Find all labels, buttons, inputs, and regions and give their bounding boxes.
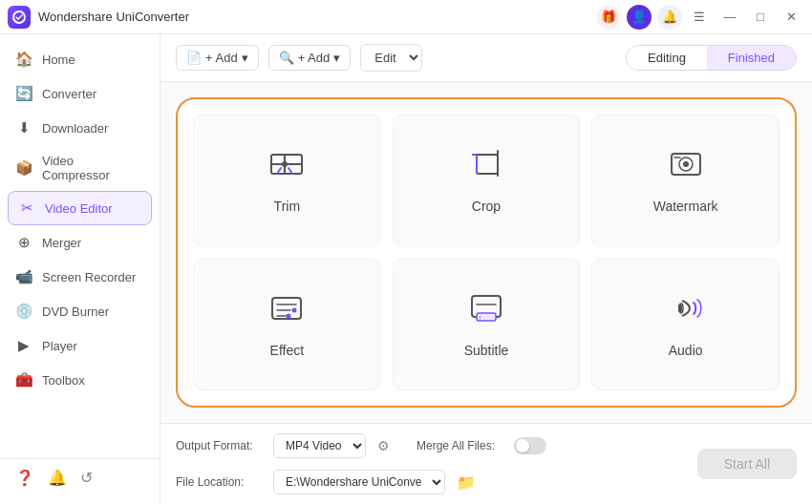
help-icon[interactable]: ❓ [15,469,34,487]
merge-files-label: Merge All Files: [417,439,502,452]
add-media-arrow: ▾ [333,51,340,65]
main-layout: 🏠 Home 🔄 Converter ⬇ Downloader 📦 Video … [0,34,812,504]
tool-crop[interactable]: Crop [393,115,581,247]
app-title: Wondershare UniConverter [38,10,189,24]
subtitle-icon: T [467,291,505,333]
dvd-icon: 💿 [15,303,32,320]
start-all-button[interactable]: Start All [697,449,797,479]
sidebar-item-dvd-burner[interactable]: 💿 DVD Burner [0,294,160,328]
add-file-button[interactable]: 📄 + Add ▾ [176,45,259,71]
sidebar-label-home: Home [42,52,75,67]
converter-icon: 🔄 [15,85,32,102]
audio-icon [667,291,705,333]
bottom-left-fields: Output Format: MP4 Video ⚙ Merge All Fil… [176,433,546,494]
tab-editing[interactable]: Editing [627,46,707,70]
downloader-icon: ⬇ [15,119,32,136]
sidebar-item-toolbox[interactable]: 🧰 Toolbox [0,363,160,397]
svg-point-4 [282,161,288,167]
add-file-icon: 📄 [186,51,202,65]
merger-icon: ⊕ [15,234,32,251]
title-bar-icons: 🎁 👤 🔔 [596,5,682,30]
sidebar-label-downloader: Downloader [42,121,108,136]
trim-label: Trim [274,199,300,214]
sidebar-label-recorder: Screen Recorder [42,270,136,284]
watermark-label: Watermark [653,199,718,214]
sidebar-item-player[interactable]: ▶ Player [0,328,160,363]
sidebar-label-toolbox: Toolbox [42,373,85,388]
tools-grid-container: Trim Crop [176,97,797,408]
sidebar-label-merger: Merger [42,236,81,250]
subtitle-label: Subtitle [464,343,509,358]
tool-subtitle[interactable]: T Subtitle [393,259,581,391]
sidebar-label-dvd: DVD Burner [42,304,109,319]
sidebar-item-downloader[interactable]: ⬇ Downloader [0,111,160,145]
menu-button[interactable]: ☰ [686,4,713,31]
crop-icon [467,147,505,189]
player-icon: ▶ [15,337,32,354]
toolbox-icon: 🧰 [15,371,32,388]
app-logo [8,6,31,29]
output-format-row: Output Format: MP4 Video ⚙ Merge All Fil… [176,433,546,458]
sidebar-label-editor: Video Editor [45,201,113,216]
alert-icon[interactable]: 🔔 [48,469,67,487]
notification-icon[interactable]: 🔔 [657,5,682,30]
tool-audio[interactable]: Audio [591,259,780,391]
svg-point-19 [287,313,291,318]
toolbar: 📄 + Add ▾ 🔍 + Add ▾ Edit Editing Finishe… [160,34,812,82]
svg-text:T: T [479,315,481,321]
sidebar-item-screen-recorder[interactable]: 📹 Screen Recorder [0,260,160,294]
file-location-label: File Location: [176,475,262,489]
title-bar: Wondershare UniConverter 🎁 👤 🔔 ☰ — □ ✕ [0,0,812,34]
add-media-icon: 🔍 [279,51,294,65]
file-location-row: File Location: E:\Wondershare UniConvert… [176,470,546,494]
sidebar-item-home[interactable]: 🏠 Home [0,42,160,76]
sidebar: 🏠 Home 🔄 Converter ⬇ Downloader 📦 Video … [0,34,160,504]
close-button[interactable]: ✕ [778,4,804,31]
sidebar-item-converter[interactable]: 🔄 Converter [0,76,160,111]
bottom-bar: Output Format: MP4 Video ⚙ Merge All Fil… [160,423,812,504]
editor-icon: ✂ [18,200,35,217]
compressor-icon: 📦 [15,159,32,177]
tools-grid: Trim Crop [193,115,780,390]
tab-group: Editing Finished [626,45,797,71]
sidebar-label-player: Player [42,339,77,353]
folder-icon[interactable]: 📁 [457,473,476,492]
edit-select[interactable]: Edit [360,44,422,72]
minimize-button[interactable]: — [716,4,743,31]
gift-icon[interactable]: 🎁 [596,5,621,30]
effect-icon [267,291,306,333]
sidebar-item-video-compressor[interactable]: 📦 Video Compressor [0,145,160,191]
merge-toggle[interactable] [514,437,546,454]
tool-trim[interactable]: Trim [193,115,381,247]
file-location-select[interactable]: E:\Wondershare UniConverter [273,470,445,494]
title-bar-left: Wondershare UniConverter [8,6,189,29]
add-media-label: + Add [298,51,331,65]
tab-finished[interactable]: Finished [707,46,796,70]
svg-point-12 [683,161,689,167]
maximize-button[interactable]: □ [747,4,774,31]
tool-effect[interactable]: Effect [193,259,381,391]
add-media-button[interactable]: 🔍 + Add ▾ [268,45,352,71]
effect-label: Effect [270,343,305,358]
trim-icon [267,147,306,189]
add-file-label: + Add [205,51,238,65]
crop-label: Crop [472,199,501,214]
content-area: 📄 + Add ▾ 🔍 + Add ▾ Edit Editing Finishe… [160,34,812,504]
bottom-rows-wrapper: Output Format: MP4 Video ⚙ Merge All Fil… [176,433,797,494]
svg-rect-7 [477,155,498,174]
audio-label: Audio [669,343,703,358]
refresh-icon[interactable]: ↺ [80,469,93,487]
watermark-icon [667,147,705,189]
home-icon: 🏠 [15,51,32,68]
svg-point-18 [292,307,297,312]
add-file-arrow: ▾ [242,51,248,65]
tool-watermark[interactable]: Watermark [591,115,780,247]
sidebar-bottom: ❓ 🔔 ↺ [0,458,160,496]
output-format-select[interactable]: MP4 Video [273,433,366,458]
user-icon[interactable]: 👤 [627,5,652,30]
sidebar-item-video-editor[interactable]: ✂ Video Editor [8,191,152,225]
format-settings-icon[interactable]: ⚙ [377,438,390,453]
sidebar-item-merger[interactable]: ⊕ Merger [0,225,160,260]
sidebar-label-compressor: Video Compressor [42,154,144,182]
sidebar-label-converter: Converter [42,87,96,101]
